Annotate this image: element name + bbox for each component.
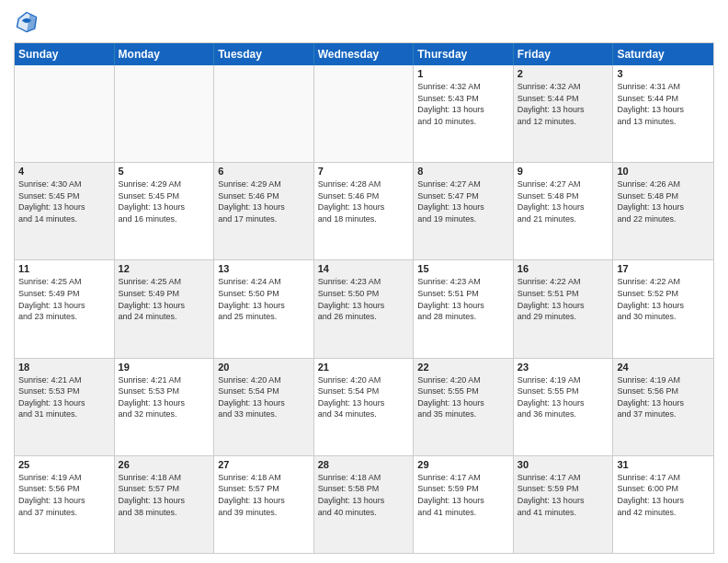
cell-info: Sunrise: 4:18 AM Sunset: 5:58 PM Dayligh… (318, 472, 410, 518)
calendar-cell: 20Sunrise: 4:20 AM Sunset: 5:54 PM Dayli… (214, 359, 314, 455)
calendar-cell (15, 65, 115, 162)
day-header-saturday: Saturday (613, 43, 713, 65)
cell-date: 10 (617, 166, 710, 177)
cell-info: Sunrise: 4:22 AM Sunset: 5:52 PM Dayligh… (617, 276, 710, 322)
calendar-cell: 28Sunrise: 4:18 AM Sunset: 5:58 PM Dayli… (314, 456, 415, 553)
cell-date: 16 (518, 263, 609, 274)
cell-date: 30 (518, 459, 609, 470)
cell-date: 7 (318, 166, 410, 177)
cell-date: 20 (218, 362, 310, 373)
cell-info: Sunrise: 4:29 AM Sunset: 5:45 PM Dayligh… (119, 178, 210, 224)
cell-info: Sunrise: 4:17 AM Sunset: 5:59 PM Dayligh… (518, 472, 609, 518)
cell-info: Sunrise: 4:20 AM Sunset: 5:54 PM Dayligh… (218, 374, 310, 420)
cell-date: 28 (318, 459, 410, 470)
calendar-cell: 30Sunrise: 4:17 AM Sunset: 5:59 PM Dayli… (514, 456, 614, 553)
calendar-cell: 18Sunrise: 4:21 AM Sunset: 5:53 PM Dayli… (15, 359, 115, 455)
cell-info: Sunrise: 4:23 AM Sunset: 5:51 PM Dayligh… (417, 276, 509, 322)
cell-info: Sunrise: 4:32 AM Sunset: 5:44 PM Dayligh… (518, 81, 609, 127)
calendar-cell: 31Sunrise: 4:17 AM Sunset: 6:00 PM Dayli… (613, 456, 713, 553)
calendar-cell: 11Sunrise: 4:25 AM Sunset: 5:49 PM Dayli… (15, 260, 115, 357)
cell-info: Sunrise: 4:18 AM Sunset: 5:57 PM Dayligh… (218, 472, 310, 518)
cell-date: 31 (617, 459, 710, 470)
calendar-cell: 29Sunrise: 4:17 AM Sunset: 5:59 PM Dayli… (414, 456, 514, 553)
cell-date: 29 (417, 459, 509, 470)
day-header-thursday: Thursday (414, 43, 514, 65)
cell-date: 27 (218, 459, 310, 470)
calendar: SundayMondayTuesdayWednesdayThursdayFrid… (14, 42, 714, 554)
cell-date: 9 (518, 166, 609, 177)
cell-info: Sunrise: 4:19 AM Sunset: 5:56 PM Dayligh… (617, 374, 710, 420)
cell-date: 25 (18, 459, 110, 470)
cell-date: 22 (417, 362, 509, 373)
calendar-cell: 7Sunrise: 4:28 AM Sunset: 5:46 PM Daylig… (314, 163, 415, 259)
cell-info: Sunrise: 4:27 AM Sunset: 5:47 PM Dayligh… (417, 178, 509, 224)
cell-date: 8 (417, 166, 509, 177)
cell-info: Sunrise: 4:30 AM Sunset: 5:45 PM Dayligh… (18, 178, 110, 224)
day-header-friday: Friday (514, 43, 614, 65)
day-header-tuesday: Tuesday (214, 43, 314, 65)
cell-date: 24 (617, 362, 710, 373)
cell-info: Sunrise: 4:20 AM Sunset: 5:54 PM Dayligh… (318, 374, 410, 420)
cell-info: Sunrise: 4:25 AM Sunset: 5:49 PM Dayligh… (119, 276, 210, 322)
calendar-cell (214, 65, 314, 162)
cell-date: 11 (18, 263, 110, 274)
calendar-cell: 8Sunrise: 4:27 AM Sunset: 5:47 PM Daylig… (414, 163, 514, 259)
calendar-cell: 22Sunrise: 4:20 AM Sunset: 5:55 PM Dayli… (414, 359, 514, 455)
day-header-wednesday: Wednesday (314, 43, 415, 65)
cell-date: 17 (617, 263, 710, 274)
calendar-cell: 26Sunrise: 4:18 AM Sunset: 5:57 PM Dayli… (115, 456, 215, 553)
cell-date: 14 (318, 263, 410, 274)
cell-date: 21 (318, 362, 410, 373)
cell-date: 3 (617, 68, 710, 79)
cell-info: Sunrise: 4:18 AM Sunset: 5:57 PM Dayligh… (119, 472, 210, 518)
cell-info: Sunrise: 4:32 AM Sunset: 5:43 PM Dayligh… (417, 81, 509, 127)
cell-info: Sunrise: 4:31 AM Sunset: 5:44 PM Dayligh… (617, 81, 710, 127)
calendar-row-4: 18Sunrise: 4:21 AM Sunset: 5:53 PM Dayli… (15, 359, 713, 456)
calendar-cell: 23Sunrise: 4:19 AM Sunset: 5:55 PM Dayli… (514, 359, 614, 455)
calendar-row-3: 11Sunrise: 4:25 AM Sunset: 5:49 PM Dayli… (15, 260, 713, 358)
day-header-sunday: Sunday (15, 43, 115, 65)
day-header-monday: Monday (115, 43, 215, 65)
calendar-cell (115, 65, 215, 162)
calendar-cell: 17Sunrise: 4:22 AM Sunset: 5:52 PM Dayli… (613, 260, 713, 357)
cell-info: Sunrise: 4:26 AM Sunset: 5:48 PM Dayligh… (617, 178, 710, 224)
calendar-cell: 9Sunrise: 4:27 AM Sunset: 5:48 PM Daylig… (514, 163, 614, 259)
calendar-cell: 25Sunrise: 4:19 AM Sunset: 5:56 PM Dayli… (15, 456, 115, 553)
calendar-cell: 10Sunrise: 4:26 AM Sunset: 5:48 PM Dayli… (613, 163, 713, 259)
header (14, 9, 714, 35)
cell-date: 13 (218, 263, 310, 274)
calendar-cell: 4Sunrise: 4:30 AM Sunset: 5:45 PM Daylig… (15, 163, 115, 259)
cell-info: Sunrise: 4:21 AM Sunset: 5:53 PM Dayligh… (18, 374, 110, 420)
calendar-cell: 5Sunrise: 4:29 AM Sunset: 5:45 PM Daylig… (115, 163, 215, 259)
calendar-cell: 16Sunrise: 4:22 AM Sunset: 5:51 PM Dayli… (514, 260, 614, 357)
cell-info: Sunrise: 4:25 AM Sunset: 5:49 PM Dayligh… (18, 276, 110, 322)
calendar-cell: 12Sunrise: 4:25 AM Sunset: 5:49 PM Dayli… (115, 260, 215, 357)
calendar-row-1: 1Sunrise: 4:32 AM Sunset: 5:43 PM Daylig… (15, 65, 713, 163)
cell-date: 15 (417, 263, 509, 274)
calendar-cell: 3Sunrise: 4:31 AM Sunset: 5:44 PM Daylig… (613, 65, 713, 162)
cell-date: 4 (18, 166, 110, 177)
cell-info: Sunrise: 4:22 AM Sunset: 5:51 PM Dayligh… (518, 276, 609, 322)
calendar-cell: 24Sunrise: 4:19 AM Sunset: 5:56 PM Dayli… (613, 359, 713, 455)
logo-icon (14, 9, 40, 35)
calendar-cell: 19Sunrise: 4:21 AM Sunset: 5:53 PM Dayli… (115, 359, 215, 455)
cell-info: Sunrise: 4:19 AM Sunset: 5:55 PM Dayligh… (518, 374, 609, 420)
calendar-row-2: 4Sunrise: 4:30 AM Sunset: 5:45 PM Daylig… (15, 163, 713, 260)
calendar-cell: 13Sunrise: 4:24 AM Sunset: 5:50 PM Dayli… (214, 260, 314, 357)
cell-info: Sunrise: 4:21 AM Sunset: 5:53 PM Dayligh… (119, 374, 210, 420)
cell-date: 5 (119, 166, 210, 177)
cell-date: 19 (119, 362, 210, 373)
page: SundayMondayTuesdayWednesdayThursdayFrid… (0, 0, 728, 563)
cell-date: 2 (518, 68, 609, 79)
calendar-cell: 21Sunrise: 4:20 AM Sunset: 5:54 PM Dayli… (314, 359, 415, 455)
logo (14, 9, 43, 35)
cell-info: Sunrise: 4:27 AM Sunset: 5:48 PM Dayligh… (518, 178, 609, 224)
cell-date: 6 (218, 166, 310, 177)
calendar-cell: 27Sunrise: 4:18 AM Sunset: 5:57 PM Dayli… (214, 456, 314, 553)
cell-info: Sunrise: 4:28 AM Sunset: 5:46 PM Dayligh… (318, 178, 410, 224)
cell-info: Sunrise: 4:20 AM Sunset: 5:55 PM Dayligh… (417, 374, 509, 420)
calendar-cell: 2Sunrise: 4:32 AM Sunset: 5:44 PM Daylig… (514, 65, 614, 162)
cell-date: 23 (518, 362, 609, 373)
cell-info: Sunrise: 4:17 AM Sunset: 6:00 PM Dayligh… (617, 472, 710, 518)
calendar-row-5: 25Sunrise: 4:19 AM Sunset: 5:56 PM Dayli… (15, 456, 713, 553)
